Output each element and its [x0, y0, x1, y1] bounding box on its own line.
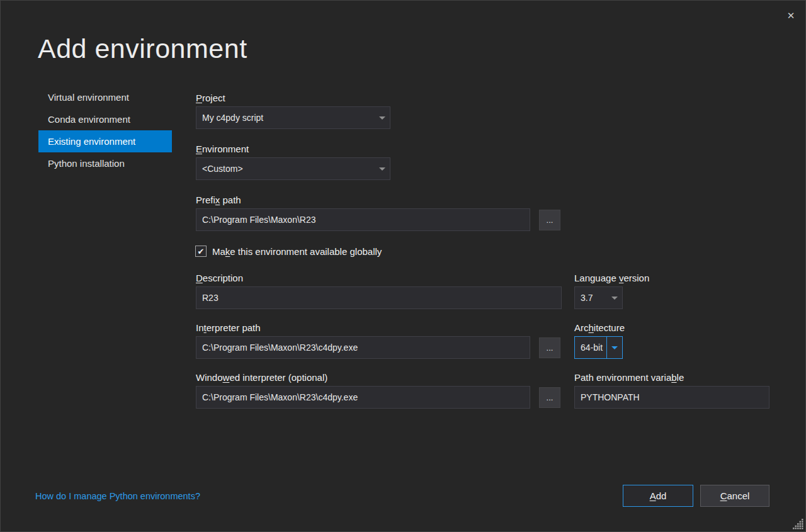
- windowed-interpreter-browse-button[interactable]: ...: [539, 387, 560, 408]
- sidebar-item-existing-environment[interactable]: Existing environment: [38, 130, 172, 152]
- description-input[interactable]: [196, 286, 562, 309]
- resize-grip-icon[interactable]: [793, 519, 803, 529]
- close-icon[interactable]: ✕: [783, 8, 798, 23]
- dialog-title: Add environment: [38, 33, 247, 64]
- description-label: Description: [196, 273, 243, 283]
- add-environment-dialog: ✕ Add environment Virtual environment Co…: [0, 0, 806, 532]
- checkmark-icon: ✔: [198, 247, 205, 256]
- help-link[interactable]: How do I manage Python environments?: [35, 491, 200, 501]
- interpreter-path-browse-button[interactable]: ...: [539, 337, 560, 358]
- environment-dropdown-value: <Custom>: [196, 164, 375, 174]
- project-dropdown-value: My c4pdy script: [196, 113, 375, 123]
- path-env-var-label: Path environment variable: [574, 372, 684, 383]
- language-version-value: 3.7: [575, 293, 607, 303]
- chevron-down-icon: [375, 116, 390, 120]
- sidebar-item-virtual-environment[interactable]: Virtual environment: [38, 86, 172, 108]
- project-dropdown[interactable]: My c4pdy script: [196, 106, 390, 129]
- architecture-value: 64-bit: [575, 342, 606, 353]
- chevron-down-icon: [375, 167, 390, 171]
- architecture-label: Architecture: [574, 322, 625, 333]
- architecture-dropdown[interactable]: 64-bit: [574, 336, 623, 359]
- sidebar-item-python-installation[interactable]: Python installation: [38, 152, 172, 174]
- chevron-down-icon: [607, 346, 622, 349]
- interpreter-path-label: Interpreter path: [196, 322, 261, 333]
- windowed-interpreter-label: Windowed interpreter (optional): [196, 372, 327, 383]
- interpreter-path-input[interactable]: [196, 336, 530, 359]
- prefix-path-input[interactable]: [196, 208, 530, 231]
- prefix-path-label: Prefix path: [196, 195, 241, 205]
- windowed-interpreter-input[interactable]: [196, 386, 530, 409]
- environment-dropdown[interactable]: <Custom>: [196, 157, 390, 180]
- sidebar-item-conda-environment[interactable]: Conda environment: [38, 108, 172, 130]
- path-env-var-input[interactable]: [574, 386, 769, 409]
- environment-label: Environment: [196, 144, 249, 154]
- language-version-dropdown[interactable]: 3.7: [574, 286, 623, 309]
- add-button[interactable]: Add: [623, 485, 693, 507]
- project-label: Project: [196, 93, 225, 103]
- chevron-down-icon: [607, 297, 622, 300]
- globally-checkbox[interactable]: ✔: [195, 246, 207, 257]
- prefix-path-browse-button[interactable]: ...: [539, 210, 560, 230]
- globally-checkbox-label[interactable]: Make this environment available globally: [212, 246, 382, 257]
- sidebar: Virtual environment Conda environment Ex…: [38, 86, 172, 174]
- cancel-button[interactable]: Cancel: [700, 485, 769, 507]
- language-version-label: Language version: [574, 273, 649, 283]
